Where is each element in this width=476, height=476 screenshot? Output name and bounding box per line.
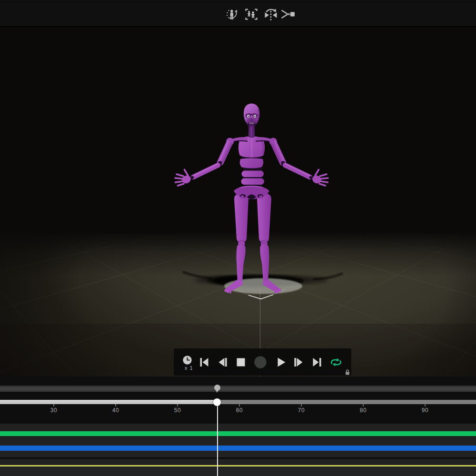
rotate-character-icon (225, 7, 239, 21)
loop-button[interactable] (329, 355, 343, 369)
play-button[interactable] (275, 355, 288, 369)
playback-speed-label: x 1 (185, 365, 193, 371)
timeline-overview-marker[interactable] (214, 385, 220, 391)
skip-end-icon (312, 357, 322, 367)
timeline-track-row[interactable] (0, 466, 476, 476)
track-blue[interactable] (0, 446, 476, 451)
track-yellow[interactable] (0, 465, 476, 466)
play-icon (277, 357, 286, 367)
timeline-scrub-bar[interactable] (0, 400, 476, 404)
top-toolbar (0, 0, 476, 27)
playback-bar (174, 348, 351, 376)
ruler-frame-label: 30 (50, 407, 57, 414)
frame-characters-icon (244, 7, 258, 21)
step-forward-button[interactable] (292, 355, 305, 369)
record-icon (254, 354, 267, 370)
timeline-playhead-line[interactable] (217, 405, 218, 476)
timeline-tracks[interactable] (0, 424, 476, 476)
timeline-scrub-elapsed (0, 400, 217, 404)
lock-icon[interactable] (345, 368, 350, 377)
toolbar-button-group (224, 6, 295, 22)
ruler-tick (53, 404, 54, 407)
app-window: x 1 30405060708090 (0, 0, 476, 476)
mirror-pose-button[interactable] (263, 6, 279, 22)
timeline-ruler[interactable]: 30405060708090 (0, 404, 476, 415)
timeline-track-row[interactable] (0, 424, 476, 431)
clock-icon (182, 355, 192, 365)
loop-icon (330, 357, 342, 367)
scene-3d (0, 27, 476, 377)
skip-start-icon (199, 357, 209, 367)
ruler-frame-label: 60 (236, 407, 243, 414)
camera-view-button[interactable] (279, 6, 295, 22)
skip-to-start-button[interactable] (198, 355, 211, 369)
timeline-track-row[interactable] (0, 436, 476, 446)
ruler-frame-label: 80 (360, 407, 367, 414)
ruler-frame-label: 70 (298, 407, 305, 414)
ruler-tick (301, 404, 302, 407)
ruler-tick (363, 404, 364, 407)
ruler-tick (177, 404, 178, 407)
skip-to-end-button[interactable] (310, 355, 324, 369)
ruler-frame-label: 40 (112, 407, 119, 414)
ruler-frame-label: 90 (422, 407, 428, 414)
timeline-overview-bar[interactable] (0, 386, 476, 392)
track-green[interactable] (0, 431, 476, 436)
stop-button[interactable] (234, 355, 248, 369)
ruler-frame-label: 50 (174, 407, 181, 414)
ruler-tick (239, 404, 240, 407)
rotate-character-button[interactable] (224, 6, 240, 22)
viewport-3d[interactable] (0, 27, 476, 377)
timeline-track-row[interactable] (0, 451, 476, 457)
frame-characters-button[interactable] (243, 6, 259, 22)
timeline-playhead-knob[interactable] (213, 398, 221, 406)
ruler-tick (115, 404, 116, 407)
ruler-tick (425, 404, 426, 407)
mirror-pose-icon (263, 7, 278, 22)
timeline-track-row[interactable] (0, 459, 476, 465)
step-forward-icon (293, 357, 304, 367)
camera-view-icon (279, 7, 295, 21)
step-back-icon (218, 357, 228, 367)
step-back-button[interactable] (216, 355, 229, 369)
timeline-panel: 30405060708090 (0, 377, 476, 476)
record-button[interactable] (254, 355, 267, 369)
stop-icon (236, 357, 246, 367)
